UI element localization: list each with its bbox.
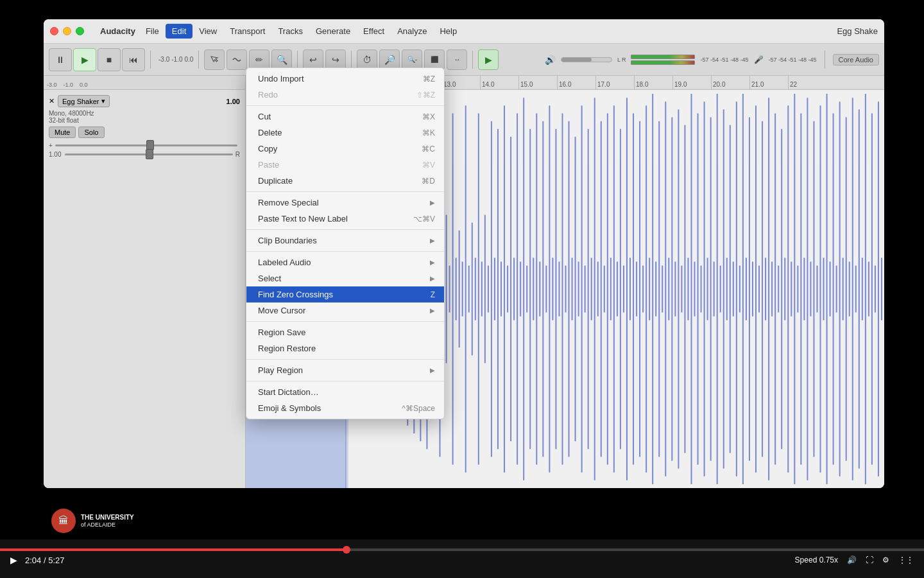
university-crest-icon: 🏛 — [51, 509, 76, 533]
pan-slider[interactable] — [65, 153, 232, 155]
svg-rect-137 — [690, 94, 692, 484]
menu-select[interactable]: Select ▶ — [246, 270, 444, 286]
more-options-icon[interactable]: ⋮⋮ — [898, 556, 914, 565]
redo-label: Redo — [258, 90, 278, 100]
svg-rect-113 — [613, 105, 615, 472]
cm-sep-7 — [246, 381, 444, 381]
menu-delete[interactable]: Delete ⌘K — [246, 125, 444, 141]
mute-button[interactable]: Mute — [49, 127, 76, 138]
fit-track-button[interactable]: ↔ — [447, 49, 467, 70]
timeline-ruler: -3.0 -1.0 0.0 8.0 9.0 10.0 11.0 12.0 13.… — [44, 76, 884, 90]
track-info1: Mono, 48000Hz — [49, 110, 240, 117]
svg-rect-71 — [478, 113, 479, 464]
misc-tools: ⏱ 🔎 🔍- ⬛ ↔ — [357, 49, 467, 70]
draw-tool[interactable]: ✏ — [249, 49, 270, 70]
menu-effect[interactable]: Effect — [357, 24, 391, 39]
remove-special-arrow-icon: ▶ — [430, 199, 435, 206]
menu-generate[interactable]: Generate — [309, 24, 357, 39]
university-name: THE UNIVERSITY — [81, 513, 134, 521]
svg-rect-154 — [746, 258, 747, 320]
cm-sep-3 — [246, 229, 444, 230]
zoom-out-button[interactable]: 🔍- — [402, 49, 422, 70]
volume-slider[interactable] — [561, 57, 612, 62]
ruler-tick-22: 22 — [788, 76, 826, 89]
close-button[interactable] — [50, 27, 58, 35]
pause-button[interactable]: ⏸ — [49, 48, 72, 71]
menu-emoji-symbols[interactable]: Emoji & Symbols ^⌘Space — [246, 400, 444, 416]
fullscreen-icon[interactable]: ⛶ — [866, 556, 873, 565]
envelope-tool[interactable] — [227, 49, 247, 70]
cm-sep-6 — [246, 359, 444, 360]
menu-undo-import[interactable]: Undo Import ⌘Z — [246, 71, 444, 87]
menu-cut[interactable]: Cut ⌘X — [246, 109, 444, 125]
input-level-label3: 0.0 — [184, 56, 193, 63]
menu-play-region[interactable]: Play Region ▶ — [246, 362, 444, 378]
menu-labeled-audio[interactable]: Labeled Audio ▶ — [246, 254, 444, 270]
menu-clip-boundaries[interactable]: Clip Boundaries ▶ — [246, 232, 444, 249]
menu-file[interactable]: File — [139, 24, 166, 39]
audio-device-label[interactable]: Core Audio — [833, 54, 879, 66]
menu-copy[interactable]: Copy ⌘C — [246, 141, 444, 157]
svg-rect-86 — [526, 266, 527, 313]
emoji-shortcut: ^⌘Space — [402, 404, 435, 413]
menu-find-zero-crossings[interactable]: Find Zero Crossings Z — [246, 286, 444, 302]
menu-tracks[interactable]: Tracks — [271, 24, 309, 39]
svg-rect-69 — [472, 223, 473, 356]
video-play-button[interactable]: ▶ — [10, 555, 17, 565]
menu-items: File Edit View Transport Tracks Generate… — [139, 24, 463, 39]
app-name: Audacity — [100, 26, 135, 36]
menu-region-save[interactable]: Region Save — [246, 324, 444, 340]
track-close-icon[interactable]: ✕ — [49, 97, 55, 105]
track-panel: ✕ Egg Shaker ▾ 1.00 Mono, 48000Hz 32-bit… — [44, 90, 246, 488]
zoom-in-button[interactable]: 🔎 — [379, 49, 400, 70]
ruler-tick-17: 17.0 — [595, 76, 634, 89]
svg-rect-76 — [494, 258, 495, 320]
cut-label: Cut — [258, 112, 271, 121]
play-button[interactable]: ▶ — [73, 48, 96, 71]
svg-rect-97 — [561, 113, 563, 464]
svg-rect-177 — [819, 105, 821, 472]
menu-transport[interactable]: Transport — [223, 24, 271, 39]
menu-start-dictation[interactable]: Start Dictation… — [246, 384, 444, 400]
menu-analyze[interactable]: Analyze — [391, 24, 433, 39]
menu-paste-text[interactable]: Paste Text to New Label ⌥⌘V — [246, 211, 444, 227]
minimize-button[interactable] — [63, 27, 71, 35]
gain-slider[interactable] — [55, 144, 237, 146]
main-content: ✕ Egg Shaker ▾ 1.00 Mono, 48000Hz 32-bit… — [44, 90, 884, 488]
svg-rect-183 — [839, 101, 841, 477]
svg-rect-90 — [539, 261, 540, 316]
menu-move-cursor[interactable]: Move Cursor ▶ — [246, 302, 444, 319]
solo-button[interactable]: Solo — [78, 127, 104, 138]
menu-remove-special[interactable]: Remove Special ▶ — [246, 195, 444, 211]
svg-rect-128 — [662, 266, 663, 313]
svg-rect-180 — [830, 261, 831, 316]
menu-region-restore[interactable]: Region Restore — [246, 340, 444, 356]
menu-redo[interactable]: Redo ⇧⌘Z — [246, 87, 444, 103]
play-region-button[interactable]: ▶ — [478, 49, 499, 70]
progress-bar[interactable] — [0, 548, 924, 551]
trim-button[interactable]: ⏱ — [357, 49, 377, 70]
fit-project-button[interactable]: ⬛ — [424, 49, 445, 70]
cut-shortcut: ⌘X — [422, 112, 435, 121]
redo-button[interactable]: ↪ — [325, 49, 346, 70]
menu-view[interactable]: View — [193, 24, 223, 39]
svg-rect-189 — [859, 109, 860, 468]
svg-rect-125 — [652, 94, 653, 484]
stop-button[interactable]: ■ — [98, 48, 121, 71]
undo-import-shortcut: ⌘Z — [423, 74, 435, 83]
svg-rect-165 — [781, 129, 782, 449]
menu-edit[interactable]: Edit — [166, 24, 193, 39]
menu-help[interactable]: Help — [433, 24, 463, 39]
zoom-tool[interactable]: 🔍 — [271, 49, 292, 70]
settings-video-icon[interactable]: ⚙ — [882, 556, 889, 565]
rewind-button[interactable]: ⏮ — [122, 48, 145, 71]
track-name-dropdown[interactable]: Egg Shaker ▾ — [58, 95, 110, 107]
menu-paste[interactable]: Paste ⌘V — [246, 157, 444, 173]
selection-tool[interactable] — [204, 49, 225, 70]
menu-duplicate[interactable]: Duplicate ⌘D — [246, 173, 444, 189]
undo-redo: ↩ ↪ — [303, 49, 346, 70]
university-text: THE UNIVERSITY of ADELAIDE — [81, 513, 134, 529]
maximize-button[interactable] — [76, 27, 84, 35]
pan-thumb[interactable] — [146, 149, 153, 159]
undo-button[interactable]: ↩ — [303, 49, 323, 70]
